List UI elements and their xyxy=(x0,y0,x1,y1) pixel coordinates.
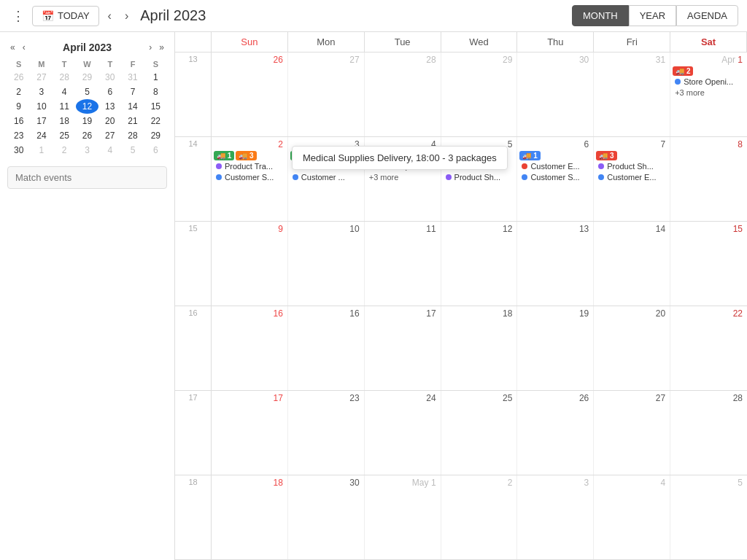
mini-cal-day[interactable]: 30 xyxy=(7,143,30,158)
mini-cal-day[interactable]: 22 xyxy=(144,114,167,128)
mini-cal-day[interactable]: 16 xyxy=(7,114,30,128)
event-item[interactable]: Customer S... xyxy=(214,172,285,182)
mini-cal-day[interactable]: 11 xyxy=(53,99,76,114)
calendar-cell[interactable]: 25 xyxy=(441,391,518,475)
calendar-cell[interactable]: 12 xyxy=(441,222,518,306)
event-item[interactable]: Product Sh... xyxy=(444,172,515,182)
calendar-cell[interactable]: 6🚚 1Customer E...Customer S... xyxy=(517,137,594,221)
mini-cal-day[interactable]: 4 xyxy=(98,143,121,158)
event-item[interactable]: Product Tra... xyxy=(214,161,285,171)
calendar-cell[interactable]: 17 xyxy=(365,306,441,390)
delivery-badge[interactable]: 🚚 3 xyxy=(596,151,616,160)
calendar-cell[interactable]: 16 xyxy=(288,306,365,390)
mini-cal-day[interactable]: 30 xyxy=(98,70,121,85)
mini-cal-day[interactable]: 23 xyxy=(7,128,30,143)
delivery-badge[interactable]: 🚚 2 xyxy=(673,66,693,76)
agenda-view-button[interactable]: AGENDA xyxy=(676,5,738,26)
mini-cal-day[interactable]: 2 xyxy=(7,85,30,99)
mini-prev-prev-button[interactable]: « xyxy=(7,41,18,54)
calendar-cell[interactable]: 18 xyxy=(441,306,518,390)
event-item[interactable]: Customer S... xyxy=(519,172,591,182)
calendar-cell[interactable]: 5 xyxy=(670,475,747,559)
calendar-cell[interactable]: 2 xyxy=(441,475,518,559)
calendar-cell[interactable]: 31 xyxy=(594,52,670,136)
mini-cal-day[interactable]: 1 xyxy=(144,70,167,85)
calendar-cell[interactable]: 22 xyxy=(670,306,747,390)
prev-button[interactable]: ‹ xyxy=(104,7,116,26)
delivery-badge[interactable]: 🚚 1 xyxy=(214,151,234,160)
more-events-link[interactable]: +3 more xyxy=(367,172,438,182)
mini-cal-day[interactable]: 14 xyxy=(121,99,144,114)
next-button[interactable]: › xyxy=(120,7,133,26)
mini-prev-button[interactable]: ‹ xyxy=(20,41,28,54)
calendar-cell[interactable]: 20 xyxy=(594,306,670,390)
match-events-input[interactable] xyxy=(7,166,167,189)
calendar-cell[interactable]: 19 xyxy=(517,306,594,390)
mini-cal-day[interactable]: 10 xyxy=(30,99,53,114)
calendar-cell[interactable]: May 1 xyxy=(365,475,441,559)
calendar-cell[interactable]: Apr 1🚚 2Store Openi...+3 more xyxy=(670,52,747,136)
calendar-cell[interactable]: 16 xyxy=(212,306,288,390)
mini-next-button[interactable]: › xyxy=(146,41,155,54)
mini-cal-day[interactable]: 6 xyxy=(144,143,167,158)
mini-cal-day[interactable]: 28 xyxy=(121,128,144,143)
event-item[interactable]: Customer ... xyxy=(290,172,362,182)
mini-cal-day[interactable]: 8 xyxy=(144,85,167,99)
calendar-cell[interactable]: 7🚚 3Product Sh...Customer E... xyxy=(594,137,670,221)
calendar-cell[interactable]: 8 xyxy=(670,137,747,221)
mini-cal-day[interactable]: 19 xyxy=(76,114,98,128)
calendar-cell[interactable]: 26 xyxy=(517,391,594,475)
calendar-cell[interactable]: 4 xyxy=(594,475,670,559)
mini-cal-day[interactable]: 29 xyxy=(76,70,98,85)
mini-cal-day[interactable]: 29 xyxy=(144,128,167,143)
more-events-link[interactable]: +3 more xyxy=(673,88,745,98)
mini-cal-day[interactable]: 5 xyxy=(121,143,144,158)
month-view-button[interactable]: MONTH xyxy=(572,5,629,26)
mini-cal-day[interactable]: 4 xyxy=(53,85,76,99)
event-item[interactable]: Product Sh... xyxy=(596,161,667,171)
mini-cal-day[interactable]: 20 xyxy=(98,114,121,128)
delivery-badge[interactable]: 🚚 3 xyxy=(236,151,256,160)
calendar-cell[interactable]: 10 xyxy=(288,222,365,306)
year-view-button[interactable]: YEAR xyxy=(629,5,676,26)
mini-cal-day[interactable]: 7 xyxy=(121,85,144,99)
calendar-cell[interactable]: 27 xyxy=(594,391,670,475)
calendar-cell[interactable]: 14 xyxy=(594,222,670,306)
mini-cal-day[interactable]: 26 xyxy=(7,70,30,85)
calendar-cell[interactable]: 28 xyxy=(670,391,747,475)
calendar-cell[interactable]: 27 xyxy=(288,52,365,136)
menu-button[interactable]: ⋮ xyxy=(9,5,28,27)
event-item[interactable]: Customer E... xyxy=(596,172,667,182)
today-button[interactable]: 📅 TODAY xyxy=(32,6,99,26)
calendar-cell[interactable]: 13 xyxy=(517,222,594,306)
mini-cal-day[interactable]: 21 xyxy=(121,114,144,128)
mini-cal-day[interactable]: 24 xyxy=(30,128,53,143)
calendar-cell[interactable]: 23 xyxy=(288,391,365,475)
mini-cal-day[interactable]: 13 xyxy=(98,99,121,114)
mini-cal-day[interactable]: 27 xyxy=(98,128,121,143)
mini-cal-day[interactable]: 6 xyxy=(98,85,121,99)
calendar-cell[interactable]: 30 xyxy=(517,52,594,136)
mini-cal-day[interactable]: 1 xyxy=(30,143,53,158)
event-item[interactable]: Customer E... xyxy=(519,161,591,171)
mini-cal-day[interactable]: 26 xyxy=(76,128,98,143)
mini-cal-day[interactable]: 5 xyxy=(76,85,98,99)
calendar-cell[interactable]: 24 xyxy=(365,391,441,475)
event-item[interactable]: Store Openi... xyxy=(673,77,745,87)
delivery-badge[interactable]: 🚚 1 xyxy=(519,151,540,160)
mini-cal-day[interactable]: 17 xyxy=(30,114,53,128)
calendar-cell[interactable]: 3 xyxy=(517,475,594,559)
mini-cal-day[interactable]: 9 xyxy=(7,99,30,114)
mini-cal-day[interactable]: 31 xyxy=(121,70,144,85)
mini-cal-day[interactable]: 18 xyxy=(53,114,76,128)
mini-cal-day[interactable]: 2 xyxy=(53,143,76,158)
mini-next-next-button[interactable]: » xyxy=(156,41,167,54)
mini-cal-day[interactable]: 15 xyxy=(144,99,167,114)
mini-cal-day[interactable]: 27 xyxy=(30,70,53,85)
calendar-cell[interactable]: 9 xyxy=(212,222,288,306)
mini-cal-day[interactable]: 25 xyxy=(53,128,76,143)
calendar-cell[interactable]: 15 xyxy=(670,222,747,306)
mini-cal-day[interactable]: 28 xyxy=(53,70,76,85)
mini-cal-day[interactable]: 3 xyxy=(76,143,98,158)
mini-cal-day[interactable]: 12 xyxy=(76,99,98,114)
